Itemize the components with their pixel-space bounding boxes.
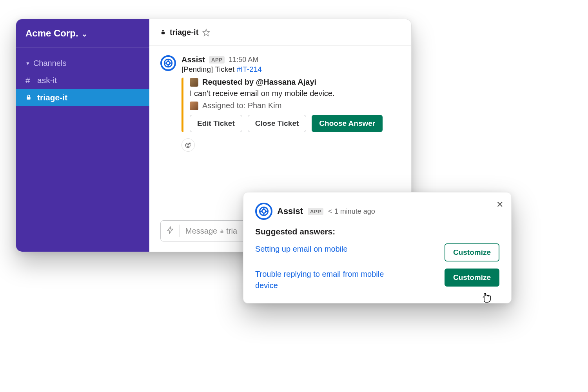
svg-point-11 (262, 209, 265, 213)
svg-marker-2 (203, 29, 210, 36)
caret-down-icon: ▼ (25, 61, 30, 66)
svg-point-5 (185, 143, 190, 148)
choose-answer-button[interactable]: Choose Answer (312, 115, 383, 132)
svg-marker-8 (167, 227, 172, 233)
message-timestamp: 11:50 AM (229, 56, 258, 64)
customize-button[interactable]: Customize (445, 269, 499, 287)
channel-ask-it[interactable]: # ask-it (16, 72, 149, 89)
ticket-body: I can't receive email on my mobile devic… (190, 89, 400, 98)
chevron-down-icon: ⌄ (82, 30, 87, 38)
svg-point-4 (167, 62, 170, 65)
channels-label: Channels (33, 59, 67, 68)
svg-point-7 (189, 145, 189, 145)
app-badge: APP (209, 56, 225, 64)
hash-icon: # (25, 76, 33, 85)
lightning-icon[interactable] (166, 226, 174, 236)
divider (180, 225, 180, 237)
sidebar: Acme Corp. ⌄ ▼ Channels # ask-it triage-… (16, 19, 149, 252)
channels-section-header[interactable]: ▼ Channels (16, 48, 149, 72)
lock-icon (160, 28, 166, 37)
app-avatar (160, 55, 176, 71)
svg-rect-0 (27, 97, 30, 100)
requested-by-label: Requested by (202, 78, 256, 86)
ticket-link[interactable]: #IT-214 (236, 65, 261, 73)
svg-rect-9 (220, 231, 223, 233)
popup-timestamp: < 1 minute ago (328, 207, 375, 216)
answer-row: Setting up email on mobile Customize (255, 243, 499, 261)
assigned-label: Assigned to: (202, 101, 248, 110)
ticket-attachment: Requested by @Hassana Ajayi I can't rece… (181, 78, 400, 132)
workspace-name: Acme Corp. (25, 28, 78, 39)
composer-placeholder: Message tria (185, 227, 237, 236)
star-icon[interactable] (202, 29, 210, 36)
lock-icon (220, 227, 224, 235)
app-badge: APP (308, 208, 323, 215)
requester-avatar (190, 78, 198, 87)
add-reaction-button[interactable] (181, 138, 195, 152)
channel-title: triage-it (170, 28, 198, 37)
message: Assist APP 11:50 AM [Pending] Ticket #IT… (160, 55, 400, 152)
channel-name: triage-it (37, 93, 67, 102)
message-sender: Assist (181, 55, 205, 64)
app-avatar (255, 203, 272, 220)
edit-ticket-button[interactable]: Edit Ticket (190, 115, 242, 132)
popup-heading: Suggested answers: (255, 227, 499, 236)
requester-mention[interactable]: @Hassana Ajayi (256, 78, 316, 86)
customize-button[interactable]: Customize (445, 243, 499, 261)
close-ticket-button[interactable]: Close Ticket (248, 115, 307, 132)
answer-link[interactable]: Setting up email on mobile (255, 243, 348, 255)
svg-point-6 (187, 145, 187, 145)
assignee-name: Phan Kim (248, 101, 282, 110)
channel-name: ask-it (37, 76, 57, 85)
status-prefix: [Pending] Ticket (181, 65, 236, 73)
svg-rect-1 (162, 32, 165, 34)
lock-icon (25, 93, 33, 102)
workspace-switcher[interactable]: Acme Corp. ⌄ (16, 19, 149, 48)
close-icon[interactable]: ✕ (496, 200, 503, 210)
channel-triage-it[interactable]: triage-it (16, 89, 149, 106)
suggested-answers-popup: ✕ Assist APP < 1 minute ago Suggested an… (243, 192, 512, 303)
assignee-avatar (190, 102, 198, 110)
answer-link[interactable]: Trouble replying to email from mobile de… (255, 269, 404, 291)
message-subject: [Pending] Ticket #IT-214 (181, 65, 400, 74)
answer-row: Trouble replying to email from mobile de… (255, 269, 499, 291)
channel-header: triage-it (149, 19, 411, 46)
popup-sender: Assist (277, 206, 303, 216)
